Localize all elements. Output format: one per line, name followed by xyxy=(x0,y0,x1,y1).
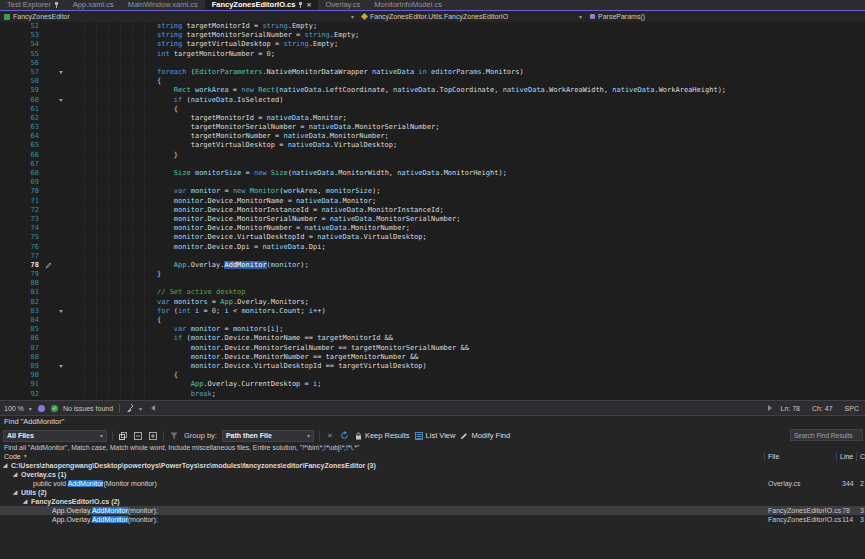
tree-expanded-icon[interactable]: ◢ xyxy=(13,488,17,497)
code-text: targetMonitorSerialNumber = nativeData.M… xyxy=(68,123,439,132)
tree-expanded-icon[interactable]: ◢ xyxy=(23,497,27,506)
code-line[interactable]: 80 xyxy=(0,279,865,288)
code-column-filter[interactable]: Code ▾ xyxy=(4,452,27,461)
group-by-dropdown[interactable]: Path then File ▾ xyxy=(222,430,314,442)
code-line[interactable]: 79} xyxy=(0,270,865,279)
code-line[interactable]: 71 monitor.Device.MonitorName = nativeDa… xyxy=(0,197,865,206)
code-line[interactable]: 59 Rect workArea = new Rect(nativeData.L… xyxy=(0,86,865,95)
scroll-left-icon[interactable] xyxy=(151,405,155,411)
encoding-indicator: SPC xyxy=(845,405,859,412)
result-group-row[interactable]: ◢FancyZonesEditorIO.cs (2) xyxy=(0,497,865,506)
tab-app-xaml-cs[interactable]: App.xaml.cs xyxy=(66,0,121,10)
code-line[interactable]: 84{ xyxy=(0,316,865,325)
chevron-down-icon: ▾ xyxy=(24,452,27,461)
code-line[interactable]: 82var monitors = App.Overlay.Monitors; xyxy=(0,298,865,307)
code-line[interactable]: 57foreach (EditorParameters.NativeMonito… xyxy=(0,68,865,77)
keep-results-button[interactable]: Keep Results xyxy=(355,431,410,440)
code-line[interactable]: 67 xyxy=(0,160,865,169)
code-line[interactable]: 53string targetMonitorSerialNumber = str… xyxy=(0,31,865,40)
issues-indicator[interactable]: ✓ No issues found xyxy=(51,405,113,412)
tree-expanded-icon[interactable]: ◢ xyxy=(13,470,17,479)
filter-icon[interactable] xyxy=(169,431,179,441)
tab-monitorinfomodel-cs[interactable]: MonitorInfoModel.cs xyxy=(367,0,449,10)
fold-collapse-icon[interactable] xyxy=(54,96,68,105)
code-line[interactable]: 73 monitor.Device.MonitorSerialNumber = … xyxy=(0,215,865,224)
modify-find-button[interactable]: Modify Find xyxy=(460,431,510,440)
tree-expanded-icon[interactable]: ◢ xyxy=(3,461,7,470)
code-line[interactable]: 66 } xyxy=(0,151,865,160)
code-line[interactable]: 60 if (nativeData.IsSelected) xyxy=(0,96,865,105)
code-line[interactable]: 78 App.Overlay.AddMonitor(monitor); xyxy=(0,261,865,270)
code-cleanup-button[interactable]: ▾ xyxy=(126,404,142,413)
tab-test-explorer[interactable]: Test Explorer xyxy=(0,0,66,10)
result-match-row[interactable]: App.Overlay.AddMonitor(monitor);FancyZon… xyxy=(0,515,865,524)
code-line[interactable]: 64 targetMonitorNumber = nativeData.Moni… xyxy=(0,132,865,141)
code-line[interactable]: 72 monitor.Device.MonitorInstanceId = na… xyxy=(0,206,865,215)
code-line[interactable]: 62 targetMonitorId = nativeData.Monitor; xyxy=(0,114,865,123)
stop-search-icon[interactable]: ✕ xyxy=(325,431,335,441)
result-group-row[interactable]: ◢Utils (2) xyxy=(0,488,865,497)
fold-collapse-icon[interactable] xyxy=(54,68,68,77)
code-line[interactable]: 56 xyxy=(0,59,865,68)
code-line[interactable]: 83for (int i = 0; i < monitors.Count; i+… xyxy=(0,307,865,316)
code-line[interactable]: 68 Size monitorSize = new Size(nativeDat… xyxy=(0,169,865,178)
code-line[interactable]: 91 App.Overlay.CurrentDesktop = i; xyxy=(0,380,865,389)
code-line[interactable]: 88 monitor.Device.MonitorNumber == targe… xyxy=(0,353,865,362)
column-divider[interactable] xyxy=(836,452,837,461)
code-line[interactable]: 90 { xyxy=(0,371,865,380)
code-line[interactable]: 55int targetMonitorNumber = 0; xyxy=(0,50,865,59)
code-line[interactable]: 76 monitor.Device.Dpi = nativeData.Dpi; xyxy=(0,243,865,252)
horizontal-scrollbar[interactable] xyxy=(148,405,774,411)
code-line[interactable]: 52string targetMonitorId = string.Empty; xyxy=(0,22,865,31)
type-dropdown[interactable]: FancyZonesEditor.Utils.FancyZonesEditorI… xyxy=(358,11,586,22)
code-line[interactable]: 70 var monitor = new Monitor(workArea, m… xyxy=(0,187,865,196)
code-line[interactable]: 92 break; xyxy=(0,390,865,399)
line-column-header[interactable]: Line xyxy=(840,452,853,461)
zoom-control[interactable]: 100 % ▾ xyxy=(4,405,32,412)
code-text: Rect workArea = new Rect(nativeData.Left… xyxy=(68,86,726,95)
code-line[interactable]: 65 targetVirtualDesktop = nativeData.Vir… xyxy=(0,141,865,150)
collapse-all-icon[interactable] xyxy=(133,431,143,441)
code-editor[interactable]: 52string targetMonitorId = string.Empty;… xyxy=(0,22,865,400)
result-match-row[interactable]: App.Overlay.AddMonitor(monitor);FancyZon… xyxy=(0,506,865,515)
code-line[interactable]: 61 { xyxy=(0,105,865,114)
result-group-row[interactable]: ◢C:\Users\zhaopengwang\Desktop\powertoys… xyxy=(0,461,865,470)
expand-all-icon[interactable] xyxy=(148,431,158,441)
file-scope-dropdown[interactable]: All Files ▾ xyxy=(3,430,107,442)
code-line[interactable]: 58{ xyxy=(0,77,865,86)
code-line[interactable]: 69 xyxy=(0,178,865,187)
column-divider[interactable] xyxy=(764,452,765,461)
close-icon[interactable]: ✕ xyxy=(306,2,311,8)
tab-mainwindow-xaml-cs[interactable]: MainWindow.xaml.cs xyxy=(121,0,205,10)
group-by-label: Group by: xyxy=(184,431,217,440)
code-line[interactable]: 81// Set active desktop xyxy=(0,288,865,297)
search-find-results-input[interactable] xyxy=(790,429,863,441)
tab-fancyzoneseditorio-cs[interactable]: FancyZonesEditorIO.cs✕ xyxy=(205,0,319,10)
tab-overlay-cs[interactable]: Overlay.cs xyxy=(318,0,367,10)
code-line[interactable]: 74 monitor.Device.MonitorNumber = native… xyxy=(0,224,865,233)
col-column-header[interactable]: Col xyxy=(860,452,865,461)
result-match-row[interactable]: public void AddMonitor(Monitor monitor)O… xyxy=(0,479,865,488)
scroll-right-icon[interactable] xyxy=(768,405,772,411)
code-line[interactable]: 75 monitor.Device.VirtualDesktopId = nat… xyxy=(0,233,865,242)
pin-icon[interactable] xyxy=(298,2,303,8)
code-line[interactable]: 77 xyxy=(0,252,865,261)
list-view-button[interactable]: List View xyxy=(415,431,456,440)
code-line[interactable]: 86 if (monitor.Device.MonitorName == tar… xyxy=(0,334,865,343)
code-line[interactable]: 89 monitor.Device.VirtualDesktopId == ta… xyxy=(0,362,865,371)
fold-collapse-icon[interactable] xyxy=(54,362,68,371)
health-indicator-icon[interactable] xyxy=(38,405,45,412)
result-group-row[interactable]: ◢Overlay.cs (1) xyxy=(0,470,865,479)
code-line[interactable]: 87 monitor.Device.MonitorSerialNumber ==… xyxy=(0,344,865,353)
project-dropdown[interactable]: FancyZonesEditor ▾ xyxy=(0,11,358,22)
copy-results-icon[interactable] xyxy=(118,431,128,441)
fold-collapse-icon[interactable] xyxy=(54,307,68,316)
member-dropdown[interactable]: ParseParams() xyxy=(586,11,865,22)
file-column-header[interactable]: File xyxy=(768,452,779,461)
code-line[interactable]: 85 var monitor = monitors[i]; xyxy=(0,325,865,334)
column-divider[interactable] xyxy=(856,452,857,461)
code-line[interactable]: 54string targetVirtualDesktop = string.E… xyxy=(0,40,865,49)
refresh-icon[interactable] xyxy=(340,431,350,441)
code-line[interactable]: 63 targetMonitorSerialNumber = nativeDat… xyxy=(0,123,865,132)
pin-icon[interactable] xyxy=(54,2,59,8)
